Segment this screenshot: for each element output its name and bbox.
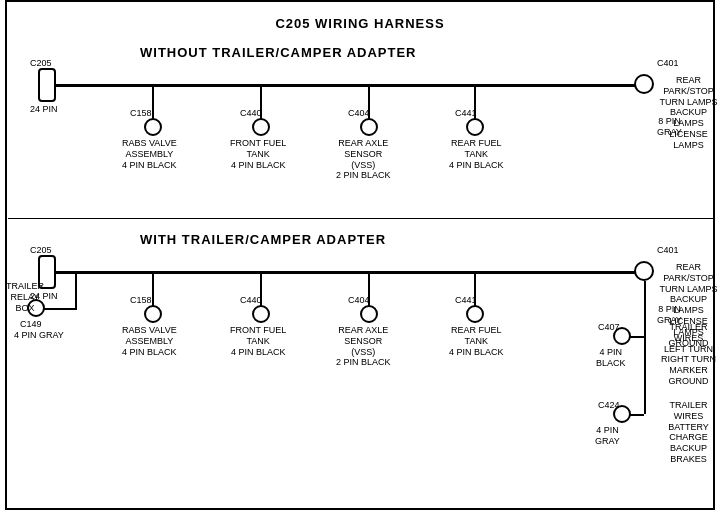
s2-c440-desc: FRONT FUELTANK4 PIN BLACK xyxy=(230,325,286,357)
s2-c404-connector xyxy=(360,305,378,323)
s1-c440-connector xyxy=(252,118,270,136)
diagram-area: C205 WIRING HARNESS WITHOUT TRAILER/CAMP… xyxy=(0,0,720,500)
s2-c158-connector xyxy=(144,305,162,323)
s2-c205-label: C205 xyxy=(30,245,52,256)
s1-c158-desc: RABS VALVEASSEMBLY4 PIN BLACK xyxy=(122,138,177,170)
s2-relay-box-label: TRAILERRELAYBOX xyxy=(6,281,44,313)
s2-c407-id: C407 xyxy=(598,322,620,333)
s2-c424-id: C424 xyxy=(598,400,620,411)
s1-c404-desc: REAR AXLESENSOR(VSS)2 PIN BLACK xyxy=(336,138,391,181)
s2-c440-id: C440 xyxy=(240,295,262,306)
section1-label: WITHOUT TRAILER/CAMPER ADAPTER xyxy=(140,45,417,60)
s2-c407-vline xyxy=(644,281,646,336)
s1-c205-connector xyxy=(38,68,56,102)
s1-c401-pins: REAR PARK/STOPTURN LAMPSBACKUP LAMPSLICE… xyxy=(657,75,720,151)
s1-c401-label: C401 xyxy=(657,58,679,69)
s1-c404-connector xyxy=(360,118,378,136)
s2-c149-id: C149 xyxy=(20,319,42,330)
s1-c404-id: C404 xyxy=(348,108,370,119)
s2-c158-desc: RABS VALVEASSEMBLY4 PIN BLACK xyxy=(122,325,177,357)
s2-c424-desc: TRAILER WIRESBATTERY CHARGEBACKUPBRAKES xyxy=(657,400,720,465)
s2-c401-label-id: C401 xyxy=(657,245,679,256)
s1-c401-connector xyxy=(634,74,654,94)
s2-c424-pins: 4 PINGRAY xyxy=(595,425,620,447)
s2-c424-vline xyxy=(644,336,646,414)
s1-c441-id: C441 xyxy=(455,108,477,119)
s1-c401-gray: 8 PINGRAY xyxy=(657,116,682,138)
s1-c158-connector xyxy=(144,118,162,136)
s2-c441-connector xyxy=(466,305,484,323)
s1-main-wire xyxy=(55,84,645,87)
s1-c441-connector xyxy=(466,118,484,136)
s2-c404-desc: REAR AXLESENSOR(VSS)2 PIN BLACK xyxy=(336,325,391,368)
s1-c205-pins: 24 PIN xyxy=(30,104,58,115)
s1-c441-desc: REAR FUELTANK4 PIN BLACK xyxy=(449,138,504,170)
s2-c407-pins: 4 PINBLACK xyxy=(596,347,626,369)
s1-c158-id: C158 xyxy=(130,108,152,119)
s2-c149-vdrop xyxy=(75,273,77,308)
s2-c440-connector xyxy=(252,305,270,323)
s2-c158-id: C158 xyxy=(130,295,152,306)
s2-c401-connector xyxy=(634,261,654,281)
s2-c441-id: C441 xyxy=(455,295,477,306)
s1-c205-label: C205 xyxy=(30,58,52,69)
s2-main-wire xyxy=(55,271,645,274)
s1-c440-desc: FRONT FUELTANK4 PIN BLACK xyxy=(230,138,286,170)
s2-c407-desc: TRAILER WIRESLEFT TURNRIGHT TURNMARKERGR… xyxy=(657,322,720,387)
s2-c404-id: C404 xyxy=(348,295,370,306)
s2-c149-pins: 4 PIN GRAY xyxy=(14,330,64,341)
page-title: C205 WIRING HARNESS xyxy=(0,8,720,31)
section2-label: WITH TRAILER/CAMPER ADAPTER xyxy=(140,232,386,247)
s1-c440-id: C440 xyxy=(240,108,262,119)
s2-c441-desc: REAR FUELTANK4 PIN BLACK xyxy=(449,325,504,357)
divider xyxy=(8,218,714,219)
